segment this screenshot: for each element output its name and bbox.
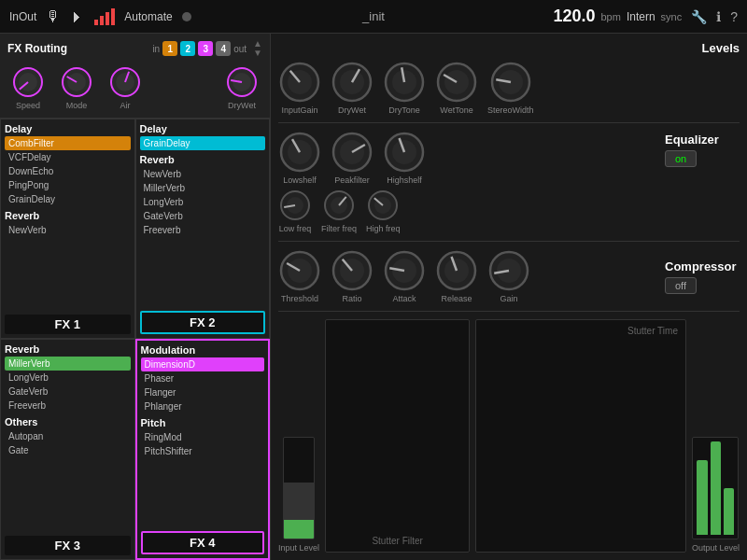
fx2-gateverb[interactable]: GateVerb	[140, 209, 266, 223]
release-label: Release	[441, 294, 472, 303]
fx-out-label: out	[233, 44, 247, 54]
fx4-pitch-header: Pitch	[141, 417, 265, 428]
fx1-combfilter[interactable]: CombFilter	[5, 136, 131, 150]
attack-knob[interactable]	[383, 249, 426, 292]
fx3-freeverb[interactable]: Freeverb	[5, 399, 131, 413]
fx2-footer: FX 2	[140, 311, 266, 334]
fx3-gate[interactable]: Gate	[5, 443, 131, 457]
ratio-label: Ratio	[342, 294, 361, 303]
fx-node-4[interactable]: 4	[216, 41, 231, 56]
fx2-freeverb[interactable]: Freeverb	[140, 223, 266, 237]
compressor-section: Threshold Ratio Attack	[278, 249, 740, 303]
fx1-newverb[interactable]: NewVerb	[5, 223, 131, 237]
ratio-knob[interactable]	[331, 249, 374, 292]
mode-knob[interactable]	[60, 65, 93, 99]
help-icon[interactable]: ?	[730, 9, 738, 24]
output-level-wrap: Output Level	[692, 319, 740, 553]
info-icon[interactable]: ℹ	[716, 9, 721, 24]
fx1-graindelay[interactable]: GrainDelay	[5, 192, 131, 206]
drywet-levels-wrap: DryWet	[331, 61, 374, 115]
automate-dot[interactable]	[182, 12, 191, 21]
peakfilter-label: Peakfilter	[334, 175, 370, 185]
fx2-millerverb[interactable]: MillerVerb	[140, 181, 266, 195]
input-level-bar-container	[283, 437, 315, 539]
peakfilter-knob[interactable]	[331, 131, 374, 174]
inout-label: InOut	[9, 10, 36, 23]
fx4-phlanger[interactable]: Phlanger	[141, 399, 265, 413]
fx2-header: Delay	[140, 123, 266, 134]
fx-node-2[interactable]: 2	[180, 41, 195, 56]
drywet-routing-label: DryWet	[228, 101, 256, 110]
fx2-longverb[interactable]: LongVerb	[140, 195, 266, 209]
signal-bars	[94, 8, 115, 25]
fx-in-label: in	[152, 44, 160, 54]
equalizer-title: Equalizer	[665, 133, 719, 147]
air-knob[interactable]	[108, 65, 142, 99]
play-button[interactable]: ⏵	[70, 8, 85, 25]
fx1-downecho[interactable]: DownEcho	[5, 164, 131, 178]
fx2-newverb[interactable]: NewVerb	[140, 167, 266, 181]
gain-comp-label: Gain	[500, 294, 517, 303]
threshold-label: Threshold	[281, 294, 318, 303]
fx-slot-2: Delay GrainDelay Reverb NewVerb MillerVe…	[135, 119, 271, 339]
speed-label: Speed	[16, 101, 40, 110]
tools-icon[interactable]: 🔧	[691, 9, 707, 24]
fx4-header: Modulation	[141, 344, 265, 356]
release-knob[interactable]	[435, 249, 478, 292]
fx-node-3[interactable]: 3	[198, 41, 213, 56]
drywet-levels-knob[interactable]	[331, 61, 374, 104]
fx-slot-3: Reverb MillerVerb LongVerb GateVerb Free…	[0, 339, 135, 561]
eq-knobs-area: Lowshelf Peakfilter	[278, 131, 657, 233]
fx4-phaser[interactable]: Phaser	[141, 371, 265, 385]
drywet-routing-knob[interactable]	[225, 65, 259, 99]
gain-comp-wrap: Gain	[487, 249, 530, 303]
wettone-knob[interactable]	[435, 61, 478, 104]
eq-row1: Lowshelf Peakfilter	[278, 131, 657, 185]
highshelf-knob[interactable]	[383, 131, 426, 174]
sync-label: sync	[661, 11, 683, 22]
peakfilter-wrap: Peakfilter	[331, 131, 374, 185]
levels-knobs-row: InputGain DryWet	[278, 61, 740, 115]
main-area: FX Routing in 1 2 3 4 out ▲ ▼	[0, 34, 747, 560]
top-right-icons: 🔧 ℹ ?	[691, 9, 738, 24]
eq-toggle-button[interactable]: on	[665, 150, 697, 167]
filterfreq-knob[interactable]	[322, 189, 356, 222]
fx2-graindelay[interactable]: GrainDelay	[140, 136, 266, 150]
compressor-toggle-button[interactable]: off	[665, 277, 697, 294]
fx2-reverb-header: Reverb	[140, 154, 266, 165]
stereowidth-knob[interactable]	[489, 61, 532, 104]
fx4-flanger[interactable]: Flanger	[141, 385, 265, 399]
drytone-knob[interactable]	[383, 61, 426, 104]
speed-knob[interactable]	[11, 65, 45, 99]
highfreq-label: High freq	[366, 224, 401, 233]
fx4-dimensiond[interactable]: DimensionD	[141, 357, 265, 371]
drywet-routing-knob-wrap: DryWet	[225, 65, 259, 110]
eq-row2: Low freq Filter freq	[278, 189, 657, 233]
threshold-knob[interactable]	[278, 249, 321, 292]
fx4-pitchshifter[interactable]: PitchShifter	[141, 444, 265, 458]
fx3-longverb[interactable]: LongVerb	[5, 371, 131, 385]
fx1-reverb-header: Reverb	[5, 210, 131, 221]
fx3-autopan[interactable]: Autopan	[5, 429, 131, 443]
highfreq-knob[interactable]	[366, 189, 400, 222]
inputgain-wrap: InputGain	[278, 61, 321, 115]
lowshelf-knob[interactable]	[278, 131, 321, 174]
inputgain-label: InputGain	[281, 105, 317, 115]
gain-comp-knob[interactable]	[487, 249, 530, 292]
levels-title: Levels	[278, 41, 740, 55]
ratio-wrap: Ratio	[331, 249, 374, 303]
fx4-ringmod[interactable]: RingMod	[141, 430, 265, 444]
levels-section: Levels InputGain	[278, 41, 740, 115]
fx-node-1[interactable]: 1	[162, 41, 177, 56]
bpm-unit: bpm	[600, 11, 620, 22]
fx3-gateverb[interactable]: GateVerb	[5, 385, 131, 399]
stutter-time-label: Stutter Time	[627, 326, 678, 336]
lowfreq-knob[interactable]	[278, 189, 312, 222]
fx1-pingpong[interactable]: PingPong	[5, 178, 131, 192]
fx3-millerverb[interactable]: MillerVerb	[5, 357, 131, 371]
fx1-header: Delay	[5, 123, 131, 134]
fx-slot-1: Delay CombFilter VCFDelay DownEcho PingP…	[0, 119, 135, 339]
stutter-filter-label: Stutter Filter	[372, 536, 422, 546]
inputgain-knob[interactable]	[278, 61, 321, 104]
fx1-vcfdelay[interactable]: VCFDelay	[5, 150, 131, 164]
